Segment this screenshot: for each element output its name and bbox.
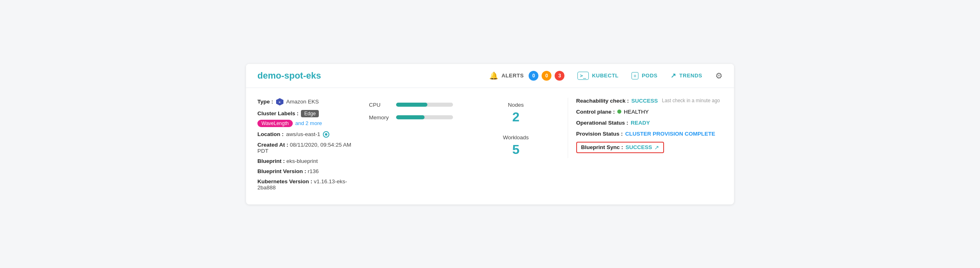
badge-red: 3 <box>555 71 564 81</box>
location-row: Location : aws/us-east-1 <box>257 131 353 138</box>
provision-value[interactable]: CLUSTER PROVISION COMPLETE <box>625 131 715 137</box>
badge-blue: 0 <box>529 71 538 81</box>
pods-label: PODS <box>642 72 658 79</box>
blueprint-sync-box[interactable]: Blueprint Sync : SUCCESS ↗︎ <box>576 142 664 153</box>
reachability-row: Reachability check : SUCCESS Last check … <box>576 98 723 104</box>
alerts-group: 🔔 ALERTS 0 0 3 <box>489 71 564 81</box>
location-icon <box>323 131 329 138</box>
cpu-label: CPU <box>369 102 391 108</box>
badge-orange: 0 <box>542 71 551 81</box>
cpu-progress-bg <box>396 103 453 107</box>
cpu-row: CPU <box>369 102 456 108</box>
page-title: demo-spot-eks <box>257 70 489 81</box>
cpu-progress-fill <box>396 103 427 107</box>
reachability-label: Reachability check : <box>576 98 629 104</box>
type-value: Amazon EKS <box>286 99 319 105</box>
resources-column: CPU Memory <box>361 98 464 127</box>
eks-icon: K <box>276 98 284 106</box>
control-plane-label: Control plane : <box>576 109 615 115</box>
type-label: Type : <box>257 99 273 105</box>
reachability-value: SUCCESS <box>631 98 658 104</box>
location-value: aws/us-east-1 <box>286 131 320 137</box>
workloads-value: 5 <box>503 142 529 157</box>
info-grid: Type : K Amazon EKS Cluster Labels : Edg… <box>257 98 723 195</box>
nodes-label: Nodes <box>508 102 524 108</box>
workloads-label: Workloads <box>503 134 529 141</box>
cluster-labels-label: Cluster Labels : <box>257 110 298 116</box>
status-column: Reachability check : SUCCESS Last check … <box>568 98 723 158</box>
kubectl-nav-item[interactable]: >_ KUBECTL <box>577 72 618 80</box>
control-plane-value: HEALTHY <box>624 109 649 115</box>
page-wrapper: demo-spot-eks 🔔 ALERTS 0 0 3 >_ KUBECTL … <box>246 64 734 204</box>
pods-icon: ≡ <box>632 72 638 79</box>
type-row: Type : K Amazon EKS <box>257 98 353 106</box>
provision-label: Provision Status : <box>576 131 623 137</box>
tag-wavelength[interactable]: WaveLength <box>257 120 293 127</box>
last-check-text: Last check in a minute ago <box>662 98 720 103</box>
trends-label: TRENDS <box>679 72 702 79</box>
k8s-version-label: Kubernetes Version : <box>257 178 312 185</box>
alerts-label: ALERTS <box>501 72 524 79</box>
tag-edge[interactable]: Edge <box>301 110 319 117</box>
bell-icon: 🔔 <box>489 71 498 80</box>
blueprint-sync-label: Blueprint Sync : <box>581 144 623 150</box>
provision-row: Provision Status : CLUSTER PROVISION COM… <box>576 131 723 137</box>
kubectl-label: KUBECTL <box>592 72 619 79</box>
operational-label: Operational Status : <box>576 120 628 126</box>
external-link-icon[interactable]: ↗︎ <box>654 144 659 151</box>
blueprint-version-row: Blueprint Version : r136 <box>257 168 353 174</box>
blueprint-version-label: Blueprint Version : <box>257 168 306 174</box>
healthy-dot-icon <box>617 110 621 114</box>
header-nav: 🔔 ALERTS 0 0 3 >_ KUBECTL ≡ PODS ↗ TREND… <box>489 71 723 81</box>
operational-value: READY <box>631 120 650 126</box>
created-row: Created At : 08/11/2020, 09:54:25 AM PDT <box>257 142 353 154</box>
blueprint-label: Blueprint : <box>257 158 285 164</box>
cluster-labels-row: Cluster Labels : Edge WaveLength and 2 m… <box>257 110 353 127</box>
k8s-version-row: Kubernetes Version : v1.16.13-eks-2ba888 <box>257 178 353 191</box>
memory-progress-bg <box>396 115 453 119</box>
workloads-block: Workloads 5 <box>503 134 529 157</box>
trends-icon: ↗ <box>671 72 676 79</box>
content: Type : K Amazon EKS Cluster Labels : Edg… <box>246 88 734 204</box>
trends-nav-item[interactable]: ↗ TRENDS <box>671 72 702 79</box>
memory-row: Memory <box>369 114 456 121</box>
svg-text:K: K <box>279 101 281 103</box>
counts-column: Nodes 2 Workloads 5 <box>464 98 567 161</box>
pods-nav-item[interactable]: ≡ PODS <box>632 72 658 79</box>
memory-label: Memory <box>369 114 391 121</box>
nodes-block: Nodes 2 <box>508 102 524 125</box>
operational-row: Operational Status : READY <box>576 120 723 126</box>
gear-icon[interactable]: ⚙ <box>715 71 723 81</box>
blueprint-sync-row: Blueprint Sync : SUCCESS ↗︎ <box>576 142 723 153</box>
created-label: Created At : <box>257 142 288 148</box>
and-more-link[interactable]: and 2 more <box>295 120 322 126</box>
location-label: Location : <box>257 131 284 137</box>
header: demo-spot-eks 🔔 ALERTS 0 0 3 >_ KUBECTL … <box>246 64 734 88</box>
memory-progress-fill <box>396 115 425 119</box>
blueprint-name-row: Blueprint : eks-blueprint <box>257 158 353 164</box>
control-plane-row: Control plane : HEALTHY <box>576 109 723 115</box>
left-column: Type : K Amazon EKS Cluster Labels : Edg… <box>257 98 361 195</box>
blueprint-sync-value: SUCCESS <box>625 144 652 150</box>
kubectl-icon: >_ <box>577 72 588 80</box>
blueprint-version-value: r136 <box>308 168 319 174</box>
nodes-value: 2 <box>508 110 524 125</box>
blueprint-value: eks-blueprint <box>286 158 318 164</box>
